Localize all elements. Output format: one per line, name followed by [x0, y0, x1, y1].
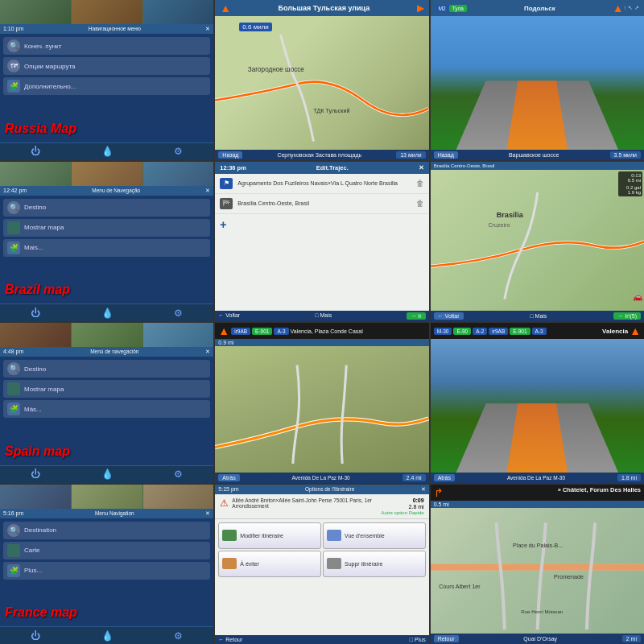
- france-retour-btn[interactable]: Retour: [434, 635, 459, 642]
- back-btn[interactable]: Назад: [434, 151, 458, 159]
- spain-menu-header: 4:48 pm Menú de navegación ✕: [0, 347, 213, 357]
- ir-btn[interactable]: → Ir!(5): [613, 312, 641, 320]
- highway-scene: [431, 16, 644, 160]
- spain-nav-menu: 4:48 pm Menú de navegación ✕ 🔍 Destino M…: [0, 323, 213, 483]
- svg-text:ТДК Тульский: ТДК Тульский: [314, 108, 350, 114]
- thumb-1: [0, 0, 71, 24]
- delete-icon-2[interactable]: 🗑: [416, 199, 424, 208]
- brazil-map-view: Brasilia Cruzeiro 0:13 6.5 mi 0.2 gal 1.…: [431, 170, 644, 322]
- sign-a3: A-3: [274, 328, 288, 335]
- bottom-bar: ⏻ 💧 ⚙: [0, 142, 213, 160]
- thumb-s1: [0, 323, 71, 347]
- delete-icon[interactable]: 🗑: [416, 179, 424, 188]
- go-btn[interactable]: → Ir: [407, 312, 425, 320]
- thumb-b1: [0, 162, 71, 186]
- spain-highway: M-30 E-90 A-2 ir9AB E-901 A-3 Valencia ▲…: [431, 323, 644, 483]
- spain-settings-icon[interactable]: ⚙: [174, 469, 183, 480]
- brazil-power-icon[interactable]: ⏻: [31, 308, 40, 319]
- france-settings-icon[interactable]: ⚙: [174, 630, 183, 642]
- dist-info: 3.5 мили: [610, 151, 641, 159]
- brazil-show-map[interactable]: Mostrar mapa: [3, 219, 210, 237]
- menu-item-dest[interactable]: 🔍 Конеч. пункт: [3, 37, 210, 55]
- france-menu-header: 5:16 pm Menu Navigation ✕: [0, 509, 213, 518]
- power-icon[interactable]: ⏻: [31, 146, 40, 157]
- brazil-search-icon: 🔍: [7, 201, 20, 214]
- france-map: ↱ » Châtelet, Forum Des Halles 0.5 mi Pl…: [431, 485, 644, 645]
- thumbnail-strip: [0, 0, 213, 24]
- route-item-2[interactable]: 🏁 Brasília Centro-Oeste, Brasil 🗑: [215, 194, 428, 214]
- france-map-view: Place du Palais-B... Cours Albert 1er Ru…: [431, 508, 644, 645]
- sign-a3-2: A-3: [532, 328, 547, 335]
- dest-flag-icon: 🏁: [220, 198, 233, 209]
- brazil-dest[interactable]: 🔍 Destino: [3, 199, 210, 217]
- delete-btn[interactable]: Suppr itinéraire: [323, 551, 426, 577]
- mais-btn-2[interactable]: □ Mais: [530, 313, 547, 319]
- add-waypoint[interactable]: +: [215, 214, 428, 235]
- spain-water-icon: 💧: [101, 469, 114, 480]
- map-label-russia: Russia Map: [5, 122, 76, 136]
- spain-hw-view: [431, 339, 644, 483]
- brazil-map: Brasilia Centro-Oeste, Brasil Brasilia C…: [431, 162, 644, 322]
- arrow-right-options: ↑ ↖ ↗: [624, 5, 639, 11]
- spain-map-header: ▲ ir9AB E-901 A-3 Valencia, Plaza Conde …: [215, 323, 428, 339]
- thumb-b3: [143, 162, 214, 186]
- spain-map-icon: [7, 382, 20, 395]
- back-voltar[interactable]: ← Voltar: [218, 312, 240, 320]
- avoid-icon: [222, 558, 237, 569]
- france-options-footer: ← Retour □ Plus: [215, 635, 428, 644]
- menu-header: 1:10 pm Навигационное меню ✕: [0, 24, 213, 34]
- brazil-map-icon: [7, 221, 20, 234]
- options-icon: 🗺: [7, 60, 20, 72]
- avda-paz: Avenida De La Paz M-30: [292, 475, 350, 481]
- france-itin[interactable]: Carte: [3, 542, 210, 559]
- svg-text:Place du Palais-B...: Place du Palais-B...: [513, 543, 563, 549]
- brazil-thumb-strip: [0, 162, 213, 186]
- svg-text:Загородное шоссе: Загородное шоссе: [248, 66, 305, 73]
- france-search-icon: 🔍: [7, 524, 20, 537]
- atras-btn[interactable]: Atrás: [218, 474, 239, 481]
- france-options-header: 5:15 pm Options de l'Itinéraire ✕: [215, 485, 428, 494]
- road-name: Варшавское шоссе: [509, 152, 559, 158]
- map-label-spain: Spain map: [5, 444, 70, 459]
- modifier-btn[interactable]: Modifier itinéraire: [218, 522, 321, 549]
- voltar-btn[interactable]: ← Voltar: [434, 312, 464, 320]
- avoid-btn[interactable]: À éviter: [218, 551, 321, 577]
- spain-more[interactable]: 🧩 Más...: [3, 400, 210, 418]
- brazil-more[interactable]: 🧩 Mais...: [3, 239, 210, 257]
- back-button[interactable]: Назад: [218, 151, 242, 159]
- spain-dest[interactable]: 🔍 Destino: [3, 360, 210, 378]
- france-more[interactable]: 🧩 Plus...: [3, 562, 210, 580]
- route-overview-icon: [327, 530, 341, 541]
- vue-btn[interactable]: Vue d'ensemble: [323, 522, 426, 549]
- menu-item-options[interactable]: 🗺 Опции маршрута: [3, 57, 210, 75]
- russia-highway: M2 Тула Подольск ▲ ↑ ↖ ↗ Назад Варшавско…: [431, 0, 644, 160]
- spain-power-icon[interactable]: ⏻: [31, 469, 40, 480]
- brazil-bottom-bar: ⏻ 💧 ⚙: [0, 303, 213, 321]
- mais-btn[interactable]: □ Mais: [315, 312, 332, 320]
- france-power-icon[interactable]: ⏻: [31, 630, 40, 642]
- france-dest[interactable]: 🔍 Destination: [3, 522, 210, 539]
- map-label-brazil: Brazil map: [5, 283, 70, 297]
- map-label-france: France map: [5, 605, 77, 620]
- spain-street: Valencia, Plaza Conde Casal: [291, 328, 363, 334]
- spain-dist: 2.4 mi: [402, 474, 426, 481]
- spain-back-btn[interactable]: Atrás: [434, 474, 455, 481]
- delete-route-icon: [327, 558, 341, 569]
- route-item-1[interactable]: ⚑ Agrupamento Dos Fuzileiros Navais×Via …: [215, 174, 428, 194]
- menu-item-extra[interactable]: 🧩 Дополнительно...: [3, 77, 210, 95]
- spain-show-map[interactable]: Mostrar mapa: [3, 380, 210, 398]
- brazil-settings-icon[interactable]: ⚙: [174, 308, 183, 319]
- svg-text:Cours Albert 1er: Cours Albert 1er: [439, 584, 481, 590]
- sign-ir9ab-2: ir9AB: [489, 328, 508, 335]
- france-distance: 0.5 mi: [434, 502, 449, 507]
- france-bottom-bar: ⏻ 💧 ⚙: [0, 626, 213, 644]
- russia-nav-map: ▲ Большая Тульская улица ▶ Загородное шо…: [215, 0, 428, 160]
- plus-btn[interactable]: □ Plus: [410, 637, 426, 642]
- france-puzzle-icon: 🧩: [7, 564, 20, 577]
- sign-e901-2: E-901: [510, 328, 530, 335]
- svg-rect-5: [431, 564, 644, 570]
- retour-btn[interactable]: ← Retour: [218, 637, 242, 642]
- spain-map-footer: Atrás Avenida De La Paz M-30 2.4 mi: [215, 473, 428, 483]
- settings-icon[interactable]: ⚙: [174, 146, 183, 157]
- france-water-icon: 💧: [101, 630, 114, 642]
